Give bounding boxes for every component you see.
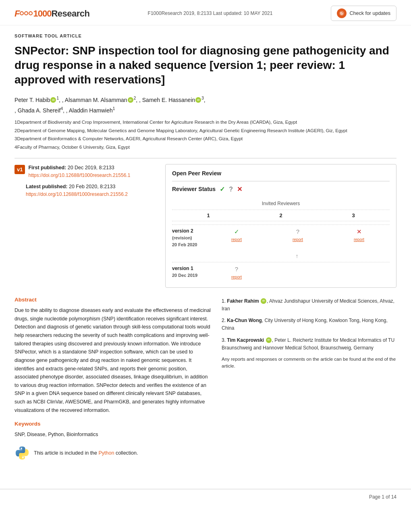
page-number: Page 1 of 14 — [369, 493, 396, 501]
affil-4: 4Faculty of Pharmacy, October 6 Universi… — [15, 143, 396, 151]
version-text: First published: 20 Dec 2019, 8:2133 htt… — [28, 164, 130, 179]
python-link[interactable]: Python — [99, 450, 114, 456]
python-collection-text: This article is included in the Python c… — [34, 449, 138, 457]
reviewer-status-label: Reviewer Status — [172, 185, 216, 193]
ver2-r1-cell: ✓ report — [206, 227, 267, 243]
author-3-name: , Sameh E. Hassanein — [139, 96, 195, 103]
reviewer-list: 1. Fakher Rahim , Ahvaz Jundishapur Univ… — [222, 297, 396, 370]
logo-1000: 1000 — [33, 7, 51, 20]
reviewer-num-1: 1 — [172, 212, 245, 220]
version-1-row: version 1 20 Dec 2019 ? report — [172, 262, 390, 283]
two-col-main: Abstract Due to the ability to diagnose … — [15, 296, 396, 461]
reviewer-numbers-row: 1 2 3 — [172, 210, 390, 222]
check-updates-button[interactable]: ↻ Check for updates — [331, 6, 396, 21]
peer-review-panel: Open Peer Review Reviewer Status ✓ ? ✕ I… — [165, 164, 396, 288]
reviewer-1-number: 1. — [222, 298, 226, 304]
status-check-icon: ✓ — [220, 185, 225, 194]
version-2-cells: ✓ report ? report ✕ report — [206, 227, 390, 243]
first-published-date: 20 Dec 2019, 8:2133 — [68, 165, 114, 170]
version-1-date: 20 Dec 2019 — [172, 272, 204, 279]
updates-icon: ↻ — [337, 8, 347, 18]
orcid-icon-r3 — [266, 337, 272, 343]
reviewer-3-item: 3. Tim Kacprowski , Peter L. Reichertz I… — [222, 337, 396, 352]
author-3-sup: 3 — [201, 96, 204, 100]
article-title: SNPector: SNP inspection tool for diagno… — [15, 44, 396, 87]
svg-text:↻: ↻ — [340, 12, 343, 16]
invited-reviewers-label: Invited Reviewers — [172, 200, 390, 207]
author-5-sup: 1 — [113, 106, 115, 111]
reviewer-3-number: 3. — [222, 337, 226, 343]
ver1-r2-cell — [267, 265, 328, 280]
abstract-text: Due to the ability to diagnose diseases … — [15, 306, 212, 414]
reviewer-num-2: 2 — [245, 212, 317, 220]
reviewer-num-3: 3 — [317, 212, 390, 220]
first-published-label: First published: — [28, 165, 66, 170]
reports-note: Any reports and responses or comments on… — [222, 356, 396, 370]
page-footer: Page 1 of 14 — [0, 489, 411, 505]
author-4-name: , Ghada A. Shereif — [15, 107, 60, 113]
right-col: 1. Fakher Rahim , Ahvaz Jundishapur Univ… — [222, 296, 396, 461]
author-4-sup: 4 — [60, 106, 63, 111]
ver2-r3-cell: ✕ report — [328, 227, 390, 243]
affiliations: 1Department of Biodiversity and Crop Imp… — [15, 118, 396, 151]
reviewer-1-name: Fakher Rahim — [227, 298, 259, 304]
ver2-r2-cell: ? report — [267, 227, 328, 243]
version-2-date: 20 Feb 2020 — [172, 241, 204, 248]
ver2-r1-check: ✓ — [234, 228, 239, 235]
reviewer-2-name: Ka-Chun Wong — [227, 318, 262, 323]
author-2-sup: 2 — [134, 96, 136, 100]
left-col: Abstract Due to the ability to diagnose … — [15, 296, 212, 461]
latest-doi-link[interactable]: https://doi.org/10.12688/f1000research.2… — [26, 191, 128, 197]
ver2-r2-report-link[interactable]: report — [267, 237, 328, 243]
arrow-up-icon: ↑ — [296, 253, 299, 259]
orcid-icon-3 — [195, 97, 201, 103]
version-rows: version 2 (revision) 20 Feb 2020 ✓ repor… — [172, 224, 390, 283]
logo-research: Research — [51, 7, 89, 20]
version-badge: v1 First published: 20 Dec 2019, 8:2133 … — [15, 164, 156, 179]
version-2-sub: (revision) — [172, 235, 204, 241]
orcid-icon-1 — [50, 97, 56, 103]
ver2-r3-x: ✕ — [357, 228, 362, 235]
ver1-r1-q: ? — [235, 266, 238, 272]
logo-f: F — [15, 7, 19, 20]
status-x-icon: ✕ — [237, 185, 242, 194]
affil-1: 1Department of Biodiversity and Crop Imp… — [15, 118, 396, 126]
ver1-r3-cell — [328, 265, 390, 280]
first-doi-link[interactable]: https://doi.org/10.12688/f1000research.2… — [28, 172, 130, 178]
page: F 1000 Research F1000Research 2019, 8:21… — [0, 0, 411, 532]
version-peer-row: v1 First published: 20 Dec 2019, 8:2133 … — [15, 158, 396, 288]
logo: F 1000 Research — [15, 7, 89, 20]
orcid-icon-r1 — [261, 298, 266, 304]
circle-o-3 — [29, 11, 33, 15]
version-latest: Latest published: 20 Feb 2020, 8:2133 ht… — [26, 183, 156, 198]
reviewer-2-number: 2. — [222, 318, 226, 323]
arrow-row: ↑ — [172, 250, 390, 262]
python-logo-icon — [15, 445, 30, 461]
version-col: v1 First published: 20 Dec 2019, 8:2133 … — [15, 164, 156, 288]
author-1-name: Peter T. Habib — [15, 96, 50, 103]
version-2-label: version 2 (revision) 20 Feb 2020 — [172, 227, 204, 248]
top-bar: F 1000 Research F1000Research 2019, 8:21… — [0, 0, 411, 25]
circle-o-1 — [20, 11, 24, 15]
latest-date: 20 Feb 2020, 8:2133 — [69, 184, 115, 189]
main-content: SOFTWARE TOOL ARTICLE SNPector: SNP insp… — [0, 25, 411, 473]
journal-meta: F1000Research 2019, 8:2133 Last updated:… — [148, 10, 273, 17]
version-2-row: version 2 (revision) 20 Feb 2020 ✓ repor… — [172, 224, 390, 250]
reviewer-1-item: 1. Fakher Rahim , Ahvaz Jundishapur Univ… — [222, 297, 396, 313]
status-q-icon: ? — [229, 185, 233, 194]
keywords-heading: Keywords — [15, 420, 212, 428]
ver1-r1-report-link[interactable]: report — [206, 274, 267, 280]
version-1-label: version 1 20 Dec 2019 — [172, 265, 204, 279]
affil-2: 2Department of Genome Mapping, Molecular… — [15, 127, 396, 134]
peer-review-title: Open Peer Review — [172, 169, 390, 181]
ver2-r1-report-link[interactable]: report — [206, 237, 267, 243]
version-1-cells: ? report — [206, 265, 390, 280]
logo-circles — [20, 11, 33, 15]
author-2-name: , Alsamman M. Alsamman — [62, 96, 127, 103]
affil-3: 3Department of Bioinformatics & Computer… — [15, 135, 396, 142]
orcid-icon-2 — [128, 97, 133, 103]
ver2-r3-report-link[interactable]: report — [328, 237, 390, 243]
reviewer-2-item: 2. Ka-Chun Wong, City University of Hong… — [222, 317, 396, 332]
v1-badge: v1 — [15, 165, 25, 175]
circle-o-2 — [24, 11, 28, 15]
